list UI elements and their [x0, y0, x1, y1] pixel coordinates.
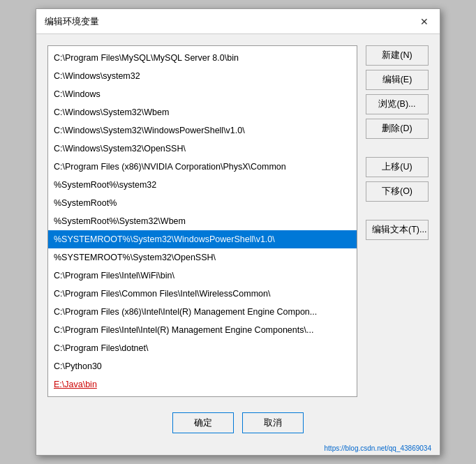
- list-item[interactable]: C:\Python30: [48, 357, 357, 375]
- spacer2: [366, 206, 429, 216]
- new-button[interactable]: 新建(N): [366, 45, 429, 66]
- env-var-list[interactable]: C:\Program Files\MySQL\MySQL Server 8.0\…: [47, 45, 357, 397]
- move-down-button[interactable]: 下移(O): [366, 181, 429, 202]
- list-item[interactable]: C:\Program Files\Common Files\Intel\Wire…: [48, 285, 357, 303]
- list-item[interactable]: C:\Windows\System32\Wbem: [48, 103, 357, 121]
- watermark: https://blog.csdn.net/qq_43869034: [36, 444, 440, 455]
- browse-button[interactable]: 浏览(B)...: [366, 94, 429, 114]
- title-bar: 编辑环境变量 ✕: [36, 9, 440, 34]
- list-item[interactable]: %SystemRoot%: [48, 194, 357, 212]
- list-item[interactable]: C:\Windows: [48, 85, 357, 103]
- list-item[interactable]: E:\Java\bin: [48, 375, 357, 394]
- list-item[interactable]: %SYSTEMROOT%\System32\OpenSSH\: [48, 248, 357, 267]
- list-item[interactable]: C:\Windows\system32: [48, 67, 357, 85]
- list-item[interactable]: %SystemRoot%\system32: [48, 176, 357, 194]
- list-item[interactable]: C:\Program Files (x86)\Intel\Intel(R) Ma…: [48, 303, 357, 321]
- list-item[interactable]: C:\Program Files\Intel\WiFi\bin\: [48, 267, 357, 285]
- list-item[interactable]: C:\Program Files (x86)\NVIDIA Corporatio…: [48, 158, 357, 176]
- dialog-title: 编辑环境变量: [45, 15, 99, 28]
- ok-button[interactable]: 确定: [172, 412, 234, 433]
- move-up-button[interactable]: 上移(U): [366, 157, 429, 177]
- list-item[interactable]: %SYSTEMROOT%\System32\WindowsPowerShell\…: [48, 230, 357, 248]
- list-item[interactable]: C:\Windows\System32\OpenSSH\: [48, 140, 357, 158]
- close-button[interactable]: ✕: [417, 15, 431, 29]
- action-buttons-panel: 新建(N) 编辑(E) 浏览(B)... 删除(D) 上移(U) 下移(O) 编…: [366, 45, 429, 397]
- edit-text-button[interactable]: 编辑文本(T)...: [366, 220, 429, 240]
- edit-env-var-dialog: 编辑环境变量 ✕ C:\Program Files\MySQL\MySQL Se…: [36, 8, 440, 456]
- list-item[interactable]: C:\Program Files\MySQL\MySQL Server 8.0\…: [48, 49, 357, 67]
- list-item[interactable]: C:\Program Files\dotnet\: [48, 339, 357, 357]
- spacer: [366, 143, 429, 153]
- edit-button[interactable]: 编辑(E): [366, 70, 429, 90]
- list-item[interactable]: C:\Program Files\Intel\Intel(R) Manageme…: [48, 321, 357, 339]
- delete-button[interactable]: 删除(D): [366, 119, 429, 139]
- dialog-body: C:\Program Files\MySQL\MySQL Server 8.0\…: [36, 34, 440, 405]
- footer: 确定 取消: [36, 405, 440, 444]
- list-item[interactable]: C:\Windows\System32\WindowsPowerShell\v1…: [48, 121, 357, 140]
- list-item[interactable]: %SystemRoot%\System32\Wbem: [48, 212, 357, 230]
- cancel-button[interactable]: 取消: [242, 412, 304, 433]
